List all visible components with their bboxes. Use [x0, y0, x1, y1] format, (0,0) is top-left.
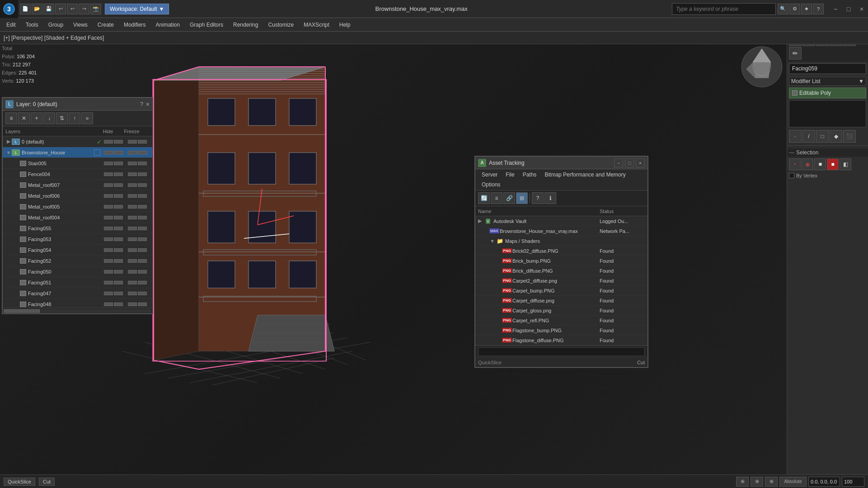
- modifier-list-label[interactable]: Modifier List ▼: [789, 77, 866, 86]
- fbm5b[interactable]: [138, 205, 147, 209]
- menu-rendering[interactable]: Rendering: [229, 20, 263, 30]
- asset-close-btn[interactable]: ×: [636, 158, 645, 167]
- menu-modifiers[interactable]: Modifiers: [119, 20, 150, 30]
- cut-button[interactable]: Cut: [39, 478, 55, 486]
- asset-row-carpetbump[interactable]: PNG Carpet_bump.PNG Found: [475, 286, 647, 296]
- layers-tb-merge[interactable]: »: [81, 112, 93, 124]
- hbm5b[interactable]: [114, 205, 123, 209]
- fb1[interactable]: [128, 183, 137, 187]
- hb48b[interactable]: [114, 302, 123, 306]
- section-collapse-icon[interactable]: —: [789, 149, 794, 156]
- layer-row-fence004[interactable]: Fence004: [3, 169, 152, 180]
- f2[interactable]: [138, 172, 147, 176]
- hb53b[interactable]: [114, 237, 123, 241]
- layer-row-f054[interactable]: Facing054: [3, 245, 152, 256]
- hb51a[interactable]: [104, 281, 113, 284]
- fb52b[interactable]: [138, 259, 147, 263]
- hf1[interactable]: [104, 151, 113, 154]
- zoom-input[interactable]: [842, 477, 864, 487]
- sub-icon-border[interactable]: □: [816, 130, 829, 143]
- layers-tb-down[interactable]: ↓: [43, 112, 55, 124]
- layer-row-f047[interactable]: Facing047: [3, 288, 152, 299]
- fb1a[interactable]: [128, 194, 137, 198]
- open-btn[interactable]: 📂: [32, 4, 42, 14]
- hf2[interactable]: [114, 151, 123, 154]
- asset-menu-options[interactable]: Options: [478, 180, 504, 189]
- layer-row-stair005[interactable]: Stair005: [3, 158, 152, 169]
- sel-btn-5[interactable]: ◧: [840, 158, 851, 170]
- ff1[interactable]: [128, 151, 137, 154]
- fb2a[interactable]: [138, 194, 147, 198]
- hide-bar[interactable]: [104, 140, 113, 144]
- h1[interactable]: [104, 162, 113, 165]
- redo-btn[interactable]: ↪: [79, 4, 89, 14]
- menu-graph-editors[interactable]: Graph Editors: [185, 20, 228, 30]
- asset-minimize-btn[interactable]: −: [614, 158, 623, 167]
- asset-menu-paths[interactable]: Paths: [519, 170, 540, 179]
- freeze-bar2[interactable]: [138, 140, 147, 144]
- absolute-mode-btn[interactable]: Absolute: [779, 477, 807, 487]
- sel-btn-1[interactable]: •: [789, 158, 801, 170]
- menu-group[interactable]: Group: [44, 20, 68, 30]
- undo-btn[interactable]: ↩: [55, 4, 66, 14]
- asset-maximize-btn[interactable]: □: [625, 158, 634, 167]
- coords-input[interactable]: [808, 477, 840, 487]
- asset-row-carpetrefl[interactable]: PNG Carpet_refl.PNG Found: [475, 316, 647, 325]
- hb55b[interactable]: [114, 227, 123, 230]
- minimize-button[interactable]: −: [829, 3, 842, 15]
- h2[interactable]: [114, 172, 123, 176]
- sub-icon-polygon[interactable]: ◆: [830, 130, 842, 143]
- asset-row-brickbump[interactable]: PNG Brick_bump.PNG Found: [475, 256, 647, 266]
- star-icon[interactable]: ★: [801, 4, 812, 14]
- rp-icon-utility[interactable]: ✏: [789, 47, 802, 60]
- new-btn[interactable]: 📄: [20, 4, 31, 14]
- sub-icon-element[interactable]: ⬛: [843, 130, 856, 143]
- snap-btn-1[interactable]: ⊕: [736, 477, 749, 487]
- hb1a[interactable]: [104, 194, 113, 198]
- workspace-button[interactable]: Workspace: Default ▼: [105, 4, 169, 14]
- fbm5a[interactable]: [128, 205, 137, 209]
- close-button[interactable]: ×: [855, 3, 868, 15]
- sel-btn-2[interactable]: ◉: [802, 158, 813, 170]
- layer-row-metal7[interactable]: Metal_roof007: [3, 180, 152, 191]
- layer-row-metal4[interactable]: Metal_roof004: [3, 212, 152, 223]
- asset-row-brickdiff[interactable]: PNG Brick_diffuse.PNG Found: [475, 266, 647, 276]
- f1[interactable]: [128, 162, 137, 165]
- fb55b[interactable]: [138, 227, 147, 230]
- fb47a[interactable]: [128, 292, 137, 295]
- fbm4a[interactable]: [128, 216, 137, 219]
- layer-row-f052[interactable]: Facing052: [3, 256, 152, 266]
- hb1[interactable]: [104, 183, 113, 187]
- asset-row-brick02[interactable]: PNG Brick02_diffuse.PNG Found: [475, 246, 647, 256]
- layer-row-metal6[interactable]: Metal_roof006: [3, 191, 152, 201]
- sub-icon-edge[interactable]: /: [802, 130, 815, 143]
- asset-row-flagbump[interactable]: PNG Flagstone_bump.PNG Found: [475, 325, 647, 335]
- fb2[interactable]: [138, 183, 147, 187]
- fb47b[interactable]: [138, 292, 147, 295]
- fb50b[interactable]: [138, 270, 147, 274]
- vault-expand[interactable]: ▶: [478, 218, 484, 224]
- qs-button[interactable]: QuickSlice: [4, 478, 35, 486]
- help-icon[interactable]: ?: [813, 4, 824, 14]
- layer-row-default[interactable]: ▶ L 0 (default) ✓: [3, 136, 152, 147]
- layers-tb-list[interactable]: ≡: [5, 112, 17, 124]
- fb48a[interactable]: [128, 302, 137, 306]
- by-vertex-checkbox[interactable]: [789, 173, 794, 178]
- layer-expand-brownstone[interactable]: ▼: [5, 150, 12, 155]
- menu-animation[interactable]: Animation: [151, 20, 184, 30]
- layers-tb-delete[interactable]: ✕: [18, 112, 30, 124]
- layers-close-button[interactable]: ×: [146, 101, 150, 108]
- save-btn[interactable]: 💾: [43, 4, 54, 14]
- hb47a[interactable]: [104, 292, 113, 295]
- asset-row-carpetgloss[interactable]: PNG Carpet_gloss.png Found: [475, 306, 647, 316]
- layer-expand-icon[interactable]: ▶: [5, 139, 12, 144]
- layer-row-f048[interactable]: Facing048: [3, 299, 152, 308]
- fb48b[interactable]: [138, 302, 147, 306]
- hbm4b[interactable]: [114, 216, 123, 219]
- menu-create[interactable]: Create: [93, 20, 118, 30]
- layers-tb-updown[interactable]: ⇅: [56, 112, 68, 124]
- fb51b[interactable]: [138, 281, 147, 284]
- at-btn-list[interactable]: ≡: [491, 192, 502, 204]
- hb47b[interactable]: [114, 292, 123, 295]
- asset-row-vault[interactable]: ▶ V Autodesk Vault Logged Ou...: [475, 216, 647, 226]
